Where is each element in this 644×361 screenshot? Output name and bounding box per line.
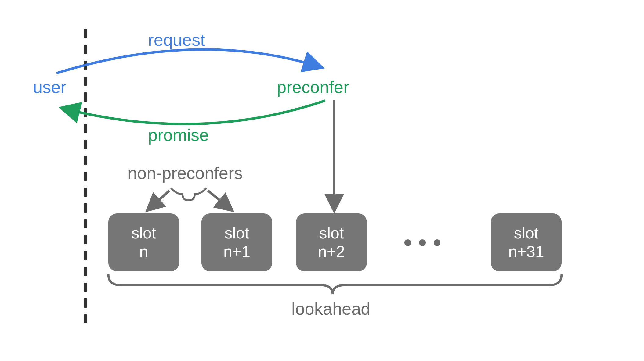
dot-icon — [419, 239, 426, 246]
slot-line2: n+2 — [318, 243, 345, 260]
slot-box-n1: slot n+1 — [201, 213, 272, 271]
non-preconfers-arrow-right — [208, 191, 231, 210]
slot-line1: slot — [514, 224, 539, 242]
slot-line1: slot — [319, 224, 344, 242]
promise-arrow — [63, 101, 325, 124]
slot-text: slot n — [132, 224, 156, 261]
slot-line1: slot — [225, 224, 249, 242]
slot-box-n2: slot n+2 — [296, 213, 367, 271]
slot-box-n: slot n — [108, 213, 179, 271]
ellipsis-icon — [404, 239, 440, 246]
request-label: request — [148, 30, 205, 50]
non-preconfers-brace — [171, 188, 206, 200]
slot-line1: slot — [132, 224, 156, 242]
slot-line2: n+31 — [508, 243, 544, 260]
slot-line2: n — [139, 243, 148, 260]
slot-text: slot n+1 — [223, 224, 250, 261]
dot-icon — [404, 239, 411, 246]
lookahead-label: lookahead — [291, 299, 370, 319]
slot-box-n31: slot n+31 — [491, 213, 562, 271]
preconfer-label: preconfer — [277, 77, 349, 97]
non-preconfers-label: non-preconfers — [128, 163, 243, 183]
request-arrow — [56, 49, 320, 73]
non-preconfers-arrow-left — [148, 191, 169, 210]
slot-text: slot n+31 — [508, 224, 544, 261]
diagram-canvas: user preconfer request promise non-preco… — [0, 0, 644, 361]
slot-line2: n+1 — [223, 243, 250, 260]
promise-label: promise — [148, 125, 209, 145]
slot-text: slot n+2 — [318, 224, 345, 261]
user-label: user — [33, 77, 66, 97]
dot-icon — [434, 239, 440, 246]
lookahead-brace — [108, 274, 562, 294]
